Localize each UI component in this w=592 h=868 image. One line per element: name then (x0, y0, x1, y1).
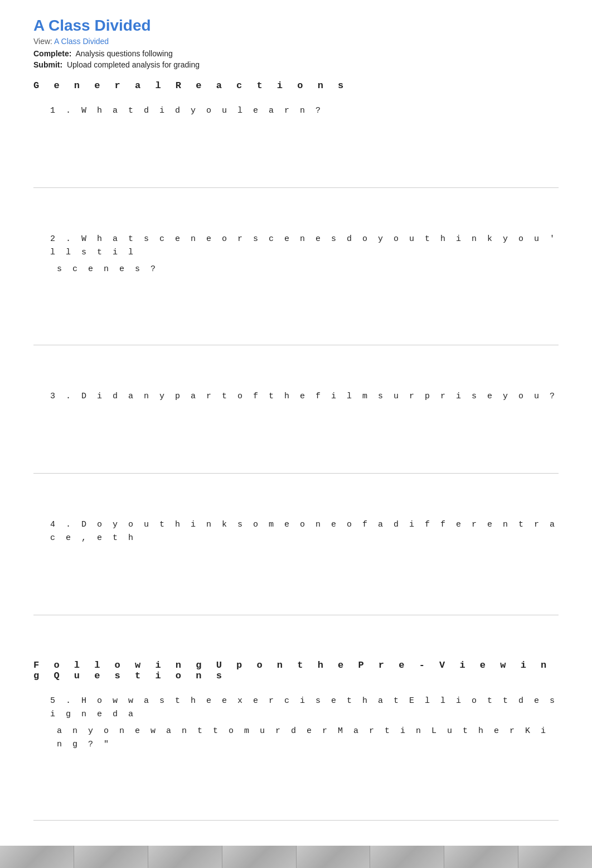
bottom-bar-segment-2 (74, 846, 148, 868)
view-line: View: A Class Divided (33, 37, 559, 46)
answer-area-3[interactable] (33, 407, 559, 474)
question-3-text: 3 . D i d a n y p a r t o f t h e f i l … (33, 390, 559, 403)
complete-value: Analysis questions following (75, 49, 172, 58)
bottom-bar-segment-7 (444, 846, 518, 868)
complete-line: Complete: Analysis questions following (33, 49, 559, 58)
view-label: View: (33, 37, 52, 46)
answer-area-5[interactable] (33, 754, 559, 821)
question-1-text: 1 . W h a t d i d y o u l e a r n ? (33, 104, 559, 118)
question-4-text: 4 . D o y o u t h i n k s o m e o n e o … (33, 518, 559, 545)
answer-area-2[interactable] (33, 278, 559, 345)
page-title: A Class Divided (33, 17, 559, 35)
submit-label: Submit: (33, 60, 62, 69)
question-5-continuation: a n y o n e w a n t t o m u r d e r M a … (33, 725, 559, 751)
answer-area-1[interactable] (33, 121, 559, 188)
section-following-up-heading: F o l l o w i n g U p o n t h e P r e - … (33, 660, 559, 681)
question-block-4: 4 . D o y o u t h i n k s o m e o n e o … (33, 518, 559, 615)
question-block-5: 5 . H o w w a s t h e e x e r c i s e t … (33, 695, 559, 821)
question-2-text: 2 . W h a t s c e n e o r s c e n e s d … (33, 233, 559, 259)
bottom-bar-segment-5 (297, 846, 371, 868)
bottom-bar-segment-3 (148, 846, 222, 868)
view-link[interactable]: A Class Divided (54, 37, 109, 46)
section-general-reactions-heading: G e n e r a l R e a c t i o n s (33, 80, 559, 91)
question-block-2: 2 . W h a t s c e n e o r s c e n e s d … (33, 233, 559, 345)
question-block-1: 1 . W h a t d i d y o u l e a r n ? (33, 104, 559, 188)
submit-line: Submit: Upload completed analysis for gr… (33, 60, 559, 69)
bottom-bar-segment-8 (518, 846, 592, 868)
bottom-bar-segment-6 (370, 846, 444, 868)
bottom-bar-segment-1 (0, 846, 74, 868)
bottom-bar (0, 846, 592, 868)
complete-label: Complete: (33, 49, 71, 58)
bottom-bar-segment-4 (222, 846, 297, 868)
question-2-continuation: s c e n e s ? (33, 263, 559, 276)
answer-area-4[interactable] (33, 548, 559, 615)
question-5-text: 5 . H o w w a s t h e e x e r c i s e t … (33, 695, 559, 721)
submit-value: Upload completed analysis for grading (67, 60, 200, 69)
question-block-3: 3 . D i d a n y p a r t o f t h e f i l … (33, 390, 559, 474)
